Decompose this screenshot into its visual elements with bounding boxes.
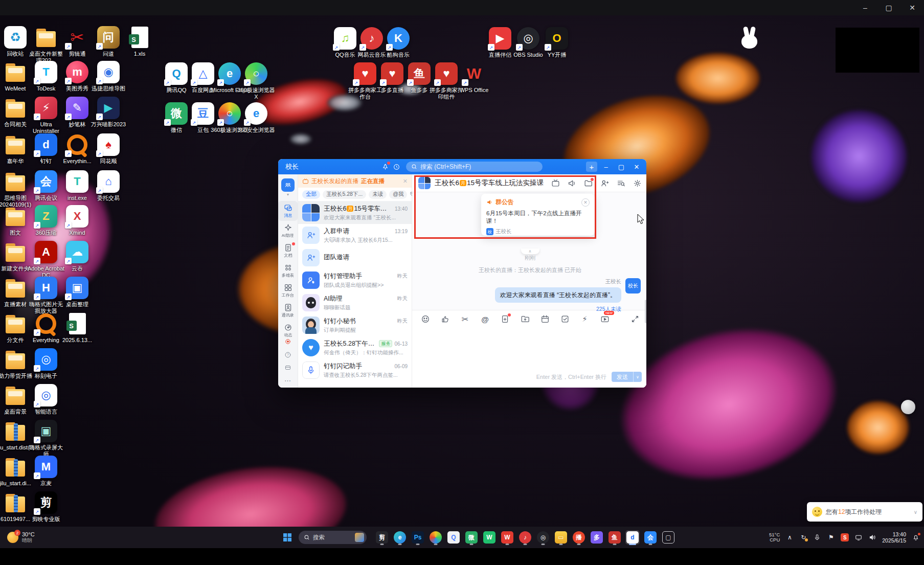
live-tv-icon[interactable] [551, 179, 560, 188]
chat-list-item[interactable]: ♥王校长5.28下午两点签...服务06-13何金伟（倚天）：钉钉功能操作... [298, 336, 412, 359]
start-button[interactable] [280, 530, 295, 545]
sidebar-item-grid[interactable]: 工作台 [278, 281, 298, 301]
expand-input-icon[interactable] [630, 314, 640, 324]
taskbar-app-edge[interactable]: e [393, 530, 407, 545]
desktop-icon[interactable]: S2025.6.13... [59, 312, 95, 344]
microphone-icon[interactable] [813, 533, 821, 541]
like-icon[interactable] [440, 314, 450, 324]
sogou-input-icon[interactable]: S [841, 533, 849, 541]
folder-up-icon[interactable] [520, 314, 530, 324]
cpu-monitor[interactable]: 51°CCPU [769, 532, 780, 543]
close-button[interactable]: ✕ [900, 0, 924, 15]
desktop-icon[interactable]: K↗酷狗音乐 [380, 27, 416, 58]
cast-icon[interactable] [854, 533, 863, 541]
window-close-button[interactable]: ✕ [630, 161, 643, 172]
minimize-button[interactable]: – [853, 0, 877, 15]
filter-pill[interactable]: 全部 [302, 190, 320, 199]
desktop-icon[interactable]: O↗YY开播 [539, 27, 575, 58]
window-minimize-button[interactable]: – [599, 161, 613, 172]
chat-list-item[interactable]: 团队邀请 [298, 246, 412, 269]
file-add-icon[interactable] [500, 314, 510, 324]
desktop-icon[interactable]: A↗Adobe Acrobat DC [28, 240, 64, 279]
chat-list-item[interactable]: 王校长6月15号零车线上玩...13:40欢迎大家来观看直播 “王校长... [298, 201, 412, 224]
taskbar-app-dingtalk[interactable]: d [625, 530, 640, 545]
desktop-icon[interactable]: W↗WPS Office [456, 62, 492, 94]
banner-close-icon[interactable]: ✕ [403, 178, 408, 185]
todo-icon[interactable] [560, 314, 570, 324]
desktop-icon[interactable]: ◎↗标刻电子 [28, 348, 64, 379]
sidebar-item-ai[interactable]: AI助理 [278, 221, 298, 241]
desktop-icon[interactable]: ☁↗云吞 [59, 240, 95, 272]
pending-tasks-toast[interactable]: 您有12项工作待处理 ∨ [807, 502, 922, 522]
flag-icon[interactable]: ⚑ [827, 533, 835, 541]
taskbar-app-wechat[interactable]: 微 [464, 530, 479, 545]
gear-icon[interactable] [633, 179, 642, 188]
taskbar-app-app-green[interactable]: W [482, 530, 497, 545]
taskbar-app-photoshop[interactable]: Ps [411, 530, 425, 545]
schedule-icon[interactable] [540, 314, 550, 324]
taskbar-app-sandbox[interactable]: ▢ [661, 530, 675, 545]
sidebar-live-icon[interactable] [284, 338, 292, 346]
taskbar-app-netease-music[interactable]: ♪ [518, 530, 532, 545]
chat-list-item[interactable]: 钉钉管理助手昨天团队成员退出组织提醒>> [298, 269, 412, 291]
filter-pill[interactable]: 未读 [369, 190, 387, 199]
message-input[interactable] [412, 328, 646, 369]
taskbar-app-tencent-meeting[interactable]: 会 [643, 530, 658, 545]
sidebar-item-table[interactable]: 多维表 [278, 261, 298, 281]
taskbar-weather-widget[interactable]: 2 30°C晴朗 [7, 531, 84, 544]
emoji-icon[interactable] [420, 314, 430, 324]
notification-bell-icon[interactable] [912, 533, 920, 541]
taskbar-app-browser-360[interactable] [429, 530, 443, 545]
desktop-icon[interactable]: S1.xls [122, 26, 157, 57]
desktop-icon[interactable]: ▣↗嗨格式录屏大师 [28, 419, 64, 458]
desktop-icon[interactable]: ○↗360极速浏览器X [238, 62, 274, 100]
hidden-icons-chevron[interactable]: ∧ [785, 533, 794, 541]
sidebar-item-chat[interactable]: 消息 [278, 201, 298, 221]
taskbar-app-quark[interactable]: Q [446, 530, 461, 545]
announcement-card[interactable]: 群公告 ✕ 6月15号本周日，下午2点线上直播开课！ 校 王校长 [481, 194, 595, 236]
taskbar-app-obs[interactable]: ◎ [536, 530, 550, 545]
collapse-announcement-pill[interactable]: ∧ [521, 248, 539, 254]
sync-icon[interactable]: ↻ [799, 533, 807, 541]
filter-pill[interactable]: 王校长5.28下... [323, 190, 366, 199]
announcement-close-icon[interactable]: ✕ [581, 198, 590, 207]
new-chat-button[interactable]: + [586, 162, 597, 172]
send-button[interactable]: 发送 ∨ [612, 372, 642, 382]
history-icon[interactable] [391, 161, 402, 172]
sidebar-item-doc[interactable]: 文档 [278, 241, 298, 261]
scrollbar[interactable] [645, 300, 646, 323]
horn-icon[interactable] [568, 179, 576, 188]
desktop-icon[interactable]: ◉↗迅捷思维导图 [91, 60, 126, 92]
folder-dot-icon[interactable] [584, 179, 593, 188]
chat-list-item[interactable]: 入群申请13:19大🐱请求加入 王校长6月15... [298, 224, 412, 246]
org-avatar[interactable]: ▾ [281, 178, 295, 197]
filter-pill[interactable]: @我 [389, 190, 407, 199]
sidebar-more-icon[interactable]: ⋯ [284, 376, 292, 385]
rocket-icon[interactable] [379, 161, 391, 172]
desktop-icon[interactable]: 桌面文件新整理202... [28, 26, 64, 64]
floating-assistant[interactable] [901, 400, 915, 414]
sender-avatar[interactable]: 校长 [625, 278, 641, 293]
desktop-icon[interactable]: ⌂↗委托交易 [91, 170, 126, 201]
window-maximize-button[interactable]: ▢ [615, 161, 628, 172]
desktop-icon[interactable]: ♠↗同花顺 [91, 133, 126, 165]
desktop-icon[interactable]: ▶↗万兴喵影2023 [91, 96, 126, 128]
sidebar-help-icon[interactable]: ? [284, 351, 292, 359]
sidebar-item-contacts[interactable]: 通讯录 [278, 301, 298, 321]
taskbar-app-capcut[interactable]: 剪 [375, 530, 389, 545]
taskbar-app-app-purple[interactable]: 多 [590, 530, 604, 545]
desktop-icon[interactable]: ▣↗桌面整理 [59, 276, 95, 308]
desktop-icon[interactable]: H↗嗨格式图片无损放大器 [28, 276, 64, 314]
video-new-icon[interactable]: NEW [600, 314, 610, 324]
taskbar-app-wps[interactable]: W [500, 530, 514, 545]
taskbar-search[interactable]: 搜索 [299, 531, 367, 544]
search-input[interactable]: 搜索 (Ctrl+Shift+F) [406, 162, 543, 172]
live-banner[interactable]: 王校长发起的直播 正在直播 ✕ [298, 174, 412, 188]
scissors-icon[interactable]: ✂ [460, 314, 470, 324]
desktop-icon[interactable]: 剪↗剪映专业版 [28, 491, 64, 523]
msg-search-icon[interactable] [617, 179, 625, 188]
chat-list-item[interactable]: 钉钉小秘书昨天订单到期提醒 [298, 314, 412, 336]
volume-icon[interactable] [868, 533, 876, 541]
desktop-icon[interactable]: M↗京麦 [28, 455, 64, 487]
taskbar-app-explorer[interactable]: ▭ [554, 530, 568, 545]
